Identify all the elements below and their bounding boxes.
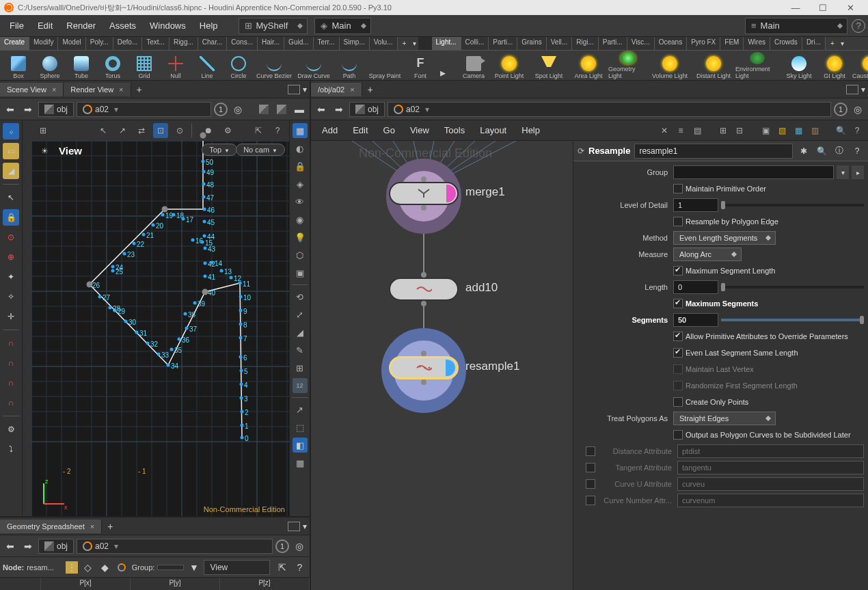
shelf-more-icon[interactable]: ▾ xyxy=(839,37,846,50)
grid-icon[interactable]: ⊟ xyxy=(733,124,746,137)
shelf-tab[interactable]: Terr... xyxy=(314,37,340,50)
shelf-tab[interactable]: Rigi... xyxy=(572,37,599,50)
curveu-field[interactable] xyxy=(677,477,864,491)
path-node[interactable]: a02▾ xyxy=(77,539,273,554)
group-field[interactable] xyxy=(157,565,184,570)
tab-add-icon[interactable]: + xyxy=(131,81,148,98)
shelf-tab[interactable]: Poly... xyxy=(86,37,113,50)
help-icon[interactable]: ? xyxy=(850,144,864,158)
pane-layout-icon[interactable] xyxy=(288,522,300,531)
tool-point-light[interactable]: Point Light xyxy=(489,52,529,79)
shelf-tab[interactable]: Dri... xyxy=(802,37,826,50)
shelf-tab[interactable]: Volu... xyxy=(370,37,398,50)
length-slider[interactable] xyxy=(721,286,864,289)
note-icon[interactable]: ▧ xyxy=(775,124,789,137)
check-rand-first[interactable] xyxy=(673,381,683,390)
nav-fwd-icon[interactable]: ➡ xyxy=(21,539,36,554)
axis-icon[interactable]: ✛ xyxy=(3,308,19,325)
tool-curve-bezier[interactable]: Curve Bezier xyxy=(254,52,294,79)
rt-icon[interactable]: ⟲ xyxy=(293,289,308,304)
filter-icon[interactable]: ▼ xyxy=(187,560,201,575)
check-curveu-attr[interactable] xyxy=(586,479,595,489)
tool-circle[interactable]: Circle xyxy=(223,52,254,79)
attr-filter-icon[interactable] xyxy=(115,560,129,575)
rt-icon[interactable]: ◉ xyxy=(293,212,308,227)
length-field[interactable] xyxy=(673,280,718,294)
shelf-tab[interactable]: Wires xyxy=(744,37,770,50)
magnet-icon[interactable]: ∩ xyxy=(3,355,19,371)
tool-camera[interactable]: Camera xyxy=(458,52,489,79)
shelf-tab[interactable]: Parti... xyxy=(489,37,517,50)
select-arrow-icon[interactable]: ▸ xyxy=(852,165,864,179)
check-by-edge[interactable] xyxy=(673,217,683,226)
check-create-only[interactable] xyxy=(673,397,683,407)
shelf-tab[interactable]: Defo... xyxy=(113,37,142,50)
check-tan-attr[interactable] xyxy=(586,463,595,472)
rt-icon[interactable]: ▣ xyxy=(293,265,308,280)
shelf-tab[interactable]: Rigg... xyxy=(169,37,198,50)
tool-caustic-light[interactable]: Caustic Light xyxy=(850,52,868,79)
snap-icon[interactable]: ✧ xyxy=(3,289,19,305)
shelf-tab-create[interactable]: Create xyxy=(0,37,29,50)
lod-field[interactable] xyxy=(673,198,718,212)
check-dist-attr[interactable] xyxy=(586,446,595,456)
magnet-icon[interactable]: ∩ xyxy=(3,335,19,351)
vp-icon[interactable]: ⇱ xyxy=(251,123,266,138)
help-icon[interactable]: ? xyxy=(270,123,285,138)
shelf-set-selector[interactable]: ⊞MyShelf xyxy=(239,18,308,34)
rt-icon[interactable]: ⤢ xyxy=(293,307,308,322)
treat-select[interactable]: Straight Edges xyxy=(673,412,776,425)
group-field[interactable] xyxy=(673,165,834,179)
rt-icon[interactable]: ↗ xyxy=(293,402,308,417)
pin-badge[interactable]: 1 xyxy=(214,103,228,116)
menu-help[interactable]: Help xyxy=(193,18,225,33)
check-output-subdiv[interactable] xyxy=(673,430,683,440)
tool-sphere[interactable]: Sphere xyxy=(34,52,66,79)
dropdown-icon[interactable]: ▾ xyxy=(837,165,849,179)
attr-filter-icon[interactable]: ◇ xyxy=(81,560,95,575)
tool-null[interactable]: Null xyxy=(160,52,191,79)
segments-slider[interactable] xyxy=(721,319,864,321)
nav-back-icon[interactable]: ⬅ xyxy=(3,539,18,554)
shelf-add-icon[interactable]: + xyxy=(398,37,411,50)
link-icon[interactable]: ◎ xyxy=(230,102,245,117)
box-icon[interactable]: ▥ xyxy=(808,124,822,137)
desktop-selector[interactable]: ◈Main xyxy=(314,18,370,34)
rt-icon[interactable]: ◢ xyxy=(293,325,308,340)
help-icon[interactable]: ? xyxy=(850,124,864,137)
network-canvas[interactable]: Geometry Non-Commercial Edition xyxy=(311,141,868,590)
shelf-tab[interactable]: Hair... xyxy=(258,37,284,50)
rt-icon[interactable]: ▦ xyxy=(293,455,308,470)
net-menu-view[interactable]: View xyxy=(403,122,436,138)
tool-line[interactable]: Line xyxy=(191,52,223,79)
gear-icon[interactable]: ✱ xyxy=(797,144,811,158)
shelf-tab[interactable]: Model xyxy=(58,37,85,50)
path-node[interactable]: a02▾ xyxy=(77,102,211,117)
net-menu-layout[interactable]: Layout xyxy=(473,122,513,138)
display-icon[interactable] xyxy=(274,102,289,117)
tool-font[interactable]: FFont xyxy=(405,52,436,79)
tool-box[interactable]: Box xyxy=(3,52,34,79)
shelf-tab[interactable]: Oceans xyxy=(655,37,687,50)
arrow-icon[interactable]: ⤵ xyxy=(3,441,19,457)
tool-grid[interactable]: Grid xyxy=(128,52,160,79)
shelf-tab[interactable]: Simp... xyxy=(340,37,370,50)
rt-icon[interactable]: ◐ xyxy=(293,141,308,156)
net-menu-help[interactable]: Help xyxy=(515,122,547,138)
grid-icon[interactable]: ⊞ xyxy=(36,123,51,138)
tool-torus[interactable]: Torus xyxy=(97,52,128,79)
path-obj[interactable]: obj xyxy=(38,102,74,117)
pin-badge[interactable]: 1 xyxy=(275,539,289,553)
shelf-tab[interactable]: Vell... xyxy=(547,37,572,50)
lod-slider[interactable] xyxy=(721,204,864,206)
tool-distant-light[interactable]: Distant Light xyxy=(692,52,735,79)
rt-icon[interactable]: ⬡ xyxy=(293,247,308,263)
viewport[interactable]: ⊞ ↖ ↗ ⇄ ⊡ ⊙ ⏺ ⚙ ⇱ ? xyxy=(31,120,289,516)
check-curvenum-attr[interactable] xyxy=(586,496,595,505)
vp-icon[interactable]: ↗ xyxy=(115,123,130,138)
view-selector[interactable]: View xyxy=(204,560,269,575)
nav-fwd-icon[interactable]: ➡ xyxy=(331,102,347,117)
rt-icon[interactable]: ⬚ xyxy=(293,420,308,435)
check-max-segments[interactable] xyxy=(673,299,683,308)
check-even-last[interactable] xyxy=(673,348,683,358)
